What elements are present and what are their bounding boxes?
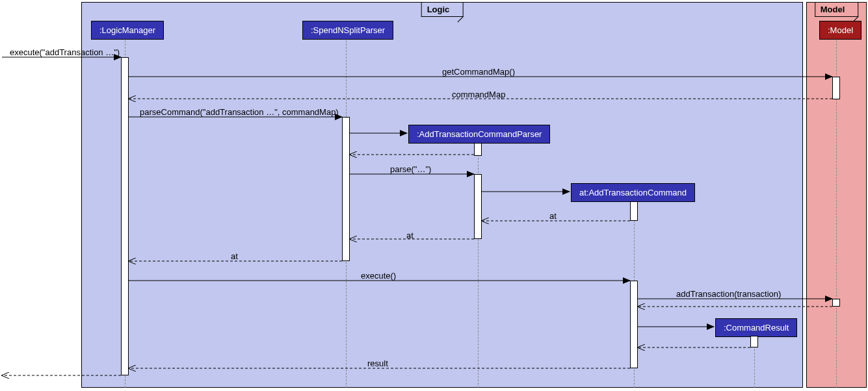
msg-at3: at (231, 251, 238, 261)
msg-result: result (367, 359, 388, 368)
activation-model-1 (832, 77, 840, 99)
msg-parsecommand: parseCommand("addTransaction …", command… (140, 107, 339, 117)
activation-logicmanager (121, 57, 129, 375)
msg-getcommandmap: getCommandMap() (442, 67, 515, 77)
activation-parser (342, 117, 350, 261)
msg-execute: execute("addTransaction …") (10, 47, 120, 57)
participant-model: :Model (819, 21, 861, 40)
msg-commandmap: commandMap (452, 90, 505, 99)
activation-atc-exec (630, 281, 638, 368)
logic-frame-label: Logic (421, 3, 464, 17)
msg-parse: parse("…") (390, 164, 431, 174)
participant-atc: at:AddTransactionCommand (571, 183, 695, 202)
activation-atcparser-create (474, 143, 482, 156)
activation-atc-create (630, 201, 638, 221)
msg-executecmd: execute() (361, 271, 396, 281)
logic-label: Logic (427, 5, 450, 14)
msg-at1: at (549, 211, 557, 221)
activation-cmdresult (750, 336, 758, 347)
model-frame-label: Model (815, 3, 859, 17)
participant-cmdresult: :CommandResult (715, 318, 797, 337)
msg-addtransaction: addTransaction(transaction) (676, 289, 781, 299)
participant-atcparser: :AddTransactionCommandParser (408, 125, 550, 144)
sequence-diagram: Logic Model :LogicManager :SpendNSplitPa… (0, 0, 868, 391)
model-label: Model (821, 5, 845, 14)
activation-atcparser-parse (474, 174, 482, 239)
participant-logicmanager: :LogicManager (91, 21, 164, 40)
participant-parser: :SpendNSplitParser (302, 21, 393, 40)
msg-at2: at (406, 231, 414, 240)
activation-model-2 (832, 299, 840, 307)
